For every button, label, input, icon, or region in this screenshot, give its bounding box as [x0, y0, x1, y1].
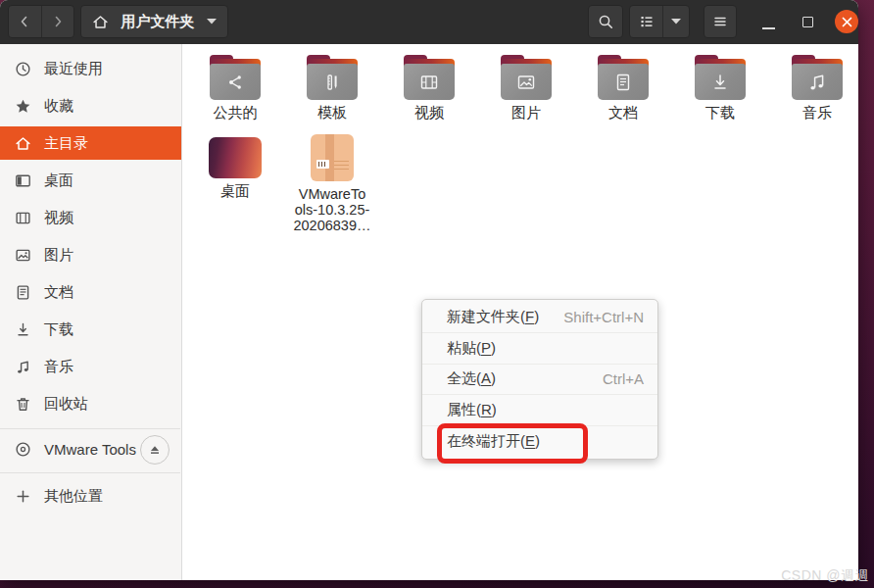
- sidebar-item-videos[interactable]: 视频: [0, 201, 181, 234]
- folder-videos[interactable]: 视频: [385, 55, 473, 121]
- home-icon: [92, 14, 109, 30]
- music-icon: [14, 358, 31, 375]
- chevron-down-icon: [207, 19, 217, 24]
- sidebar-item-label: 图片: [44, 246, 73, 265]
- history-nav-group: [8, 5, 74, 38]
- menu-item-label: 属性(R): [447, 401, 497, 419]
- disc-icon: [14, 440, 31, 458]
- sidebar-item-label: 音乐: [44, 358, 73, 376]
- file-label: 桌面: [191, 183, 279, 199]
- document-icon: [14, 283, 31, 301]
- folder-icon: [596, 55, 651, 100]
- chevron-down-icon: [671, 19, 681, 24]
- sidebar-item-label: 下载: [44, 320, 73, 339]
- sidebar: 最近使用 收藏 主目录 桌面: [0, 44, 182, 580]
- sidebar-item-trash[interactable]: 回收站: [0, 387, 181, 420]
- trash-icon: [14, 395, 31, 413]
- sidebar-item-documents[interactable]: 文档: [0, 275, 181, 309]
- folder-icon: [208, 55, 263, 100]
- menu-item-new-folder[interactable]: 新建文件夹(F) Shift+Ctrl+N: [422, 302, 657, 332]
- file-label: VMwareTo ols-10.3.25- 20206839…: [288, 186, 376, 233]
- sidebar-item-label: 视频: [44, 209, 73, 227]
- sidebar-item-label: 文档: [44, 283, 73, 302]
- sidebar-item-music[interactable]: 音乐: [0, 350, 181, 383]
- folder-music[interactable]: 音乐: [773, 55, 858, 121]
- file-label: 视频: [385, 105, 473, 121]
- folder-documents[interactable]: 文档: [579, 55, 667, 121]
- sidebar-item-label: 主目录: [44, 134, 88, 153]
- home-icon: [14, 134, 31, 152]
- close-button[interactable]: [835, 10, 858, 33]
- minimize-button[interactable]: [762, 27, 775, 29]
- package-icon: [311, 134, 354, 181]
- sidebar-separator: [0, 428, 180, 429]
- folder-desktop[interactable]: 桌面: [191, 134, 279, 199]
- search-button[interactable]: [588, 5, 623, 38]
- hamburger-menu-button[interactable]: [704, 5, 737, 38]
- file-label: 图片: [482, 105, 570, 121]
- forward-button[interactable]: [41, 6, 74, 37]
- desktop-background: 用户文件夹: [0, 0, 874, 588]
- chevron-left-icon: [17, 14, 32, 29]
- maximize-button[interactable]: [802, 17, 813, 27]
- sidebar-item-downloads[interactable]: 下载: [0, 313, 181, 346]
- menu-item-paste[interactable]: 粘贴(P): [422, 332, 657, 364]
- shortcut-label: Shift+Ctrl+N: [563, 309, 644, 325]
- sidebar-item-label: 桌面: [44, 172, 73, 190]
- image-icon: [14, 246, 31, 264]
- sidebar-item-recent[interactable]: 最近使用: [0, 52, 181, 85]
- menu-item-open-in-terminal[interactable]: 在终端打开(E): [422, 425, 657, 457]
- path-bar-button[interactable]: 用户文件夹: [80, 5, 228, 38]
- sidebar-item-starred[interactable]: 收藏: [0, 89, 181, 122]
- sidebar-item-vmware-tools[interactable]: VMware Tools: [0, 432, 181, 466]
- folder-downloads[interactable]: 下载: [676, 55, 764, 121]
- film-icon: [14, 209, 31, 226]
- template-icon: [322, 73, 342, 92]
- menu-item-label: 粘贴(P): [447, 339, 496, 358]
- document-icon: [613, 73, 633, 92]
- sidebar-item-other-locations[interactable]: 其他位置: [0, 479, 181, 513]
- sidebar-item-label: 最近使用: [44, 60, 103, 78]
- sidebar-separator: [0, 472, 180, 473]
- folder-pictures[interactable]: 图片: [482, 55, 570, 121]
- close-icon: [842, 17, 852, 27]
- context-menu: 新建文件夹(F) Shift+Ctrl+N 粘贴(P) 全选(A) Ctrl+A…: [421, 299, 658, 460]
- sidebar-item-label: 收藏: [44, 97, 73, 116]
- download-icon: [14, 320, 31, 338]
- share-icon: [224, 72, 246, 93]
- menu-item-label: 在终端打开(E): [447, 432, 540, 451]
- eject-button[interactable]: [140, 435, 170, 465]
- star-icon: [14, 97, 31, 115]
- file-view[interactable]: 公共的 模板 视频: [183, 44, 858, 580]
- clock-icon: [14, 60, 31, 77]
- file-vmware-tools-archive[interactable]: VMwareTo ols-10.3.25- 20206839…: [288, 134, 376, 233]
- film-icon: [418, 72, 440, 93]
- search-icon: [598, 14, 614, 30]
- file-label: 文档: [579, 105, 667, 121]
- view-options-button[interactable]: [662, 6, 689, 37]
- folder-icon: [693, 55, 748, 100]
- back-button[interactable]: [9, 6, 41, 37]
- image-icon: [515, 72, 537, 93]
- sidebar-item-desktop[interactable]: 桌面: [0, 164, 181, 197]
- folder-public[interactable]: 公共的: [191, 55, 279, 121]
- folder-templates[interactable]: 模板: [288, 55, 376, 121]
- sidebar-item-pictures[interactable]: 图片: [0, 238, 181, 271]
- folder-icon: [790, 55, 845, 100]
- view-toggle-group: [629, 5, 690, 38]
- desktop-folder-icon: [209, 137, 262, 178]
- file-label: 模板: [288, 105, 376, 121]
- download-icon: [709, 72, 731, 93]
- list-view-icon: [639, 14, 655, 29]
- folder-icon: [499, 55, 554, 100]
- menu-item-properties[interactable]: 属性(R): [422, 394, 657, 425]
- menu-item-select-all[interactable]: 全选(A) Ctrl+A: [422, 364, 657, 395]
- list-view-button[interactable]: [630, 6, 662, 37]
- sidebar-item-home[interactable]: 主目录: [0, 126, 181, 160]
- hamburger-icon: [712, 14, 728, 29]
- titlebar[interactable]: 用户文件夹: [0, 0, 858, 44]
- music-icon: [806, 72, 828, 93]
- desktop-icon: [14, 172, 31, 189]
- file-label: 公共的: [191, 105, 279, 121]
- menu-item-label: 全选(A): [447, 369, 496, 388]
